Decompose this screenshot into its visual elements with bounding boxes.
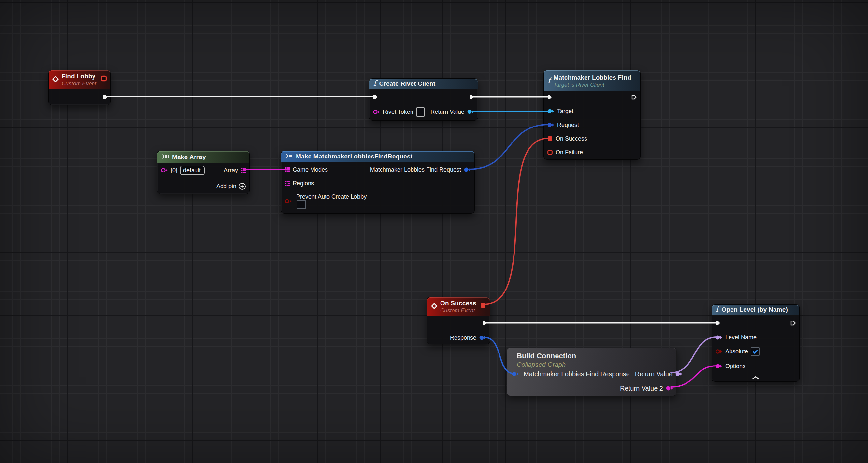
wire-delegate-matchmaker-on-success[interactable]: [484, 138, 549, 304]
node-title: Make MatchmakerLobbiesFindRequest: [296, 153, 412, 161]
exec-in-pin[interactable]: [373, 94, 378, 100]
absolute-checkbox[interactable]: [751, 347, 760, 356]
node-on-success[interactable]: On Success Custom Event Response: [427, 297, 490, 344]
return-value-pin[interactable]: [675, 371, 683, 377]
game-modes-pin[interactable]: [284, 167, 290, 172]
wire-data-return-value-to-target[interactable]: [472, 111, 549, 112]
blueprint-graph-canvas[interactable]: Find Lobby Custom Event f Create Rivet C…: [0, 0, 868, 463]
regions-pin[interactable]: [284, 181, 290, 186]
pin-label: Level Name: [725, 334, 756, 341]
response-pin[interactable]: [479, 335, 487, 340]
prevent-auto-create-lobby-checkbox[interactable]: [297, 200, 306, 209]
absolute-pin[interactable]: [715, 349, 723, 354]
node-subtitle: Target is Rivet Client: [554, 82, 631, 88]
node-header[interactable]: f Matchmaker Lobbies Find Target is Rive…: [544, 70, 640, 91]
node-header[interactable]: f Create Rivet Client: [370, 79, 478, 89]
checkmark-icon: [752, 349, 758, 354]
prevent-auto-create-lobby-pin[interactable]: [284, 199, 292, 204]
node-header[interactable]: Make Array: [157, 151, 249, 163]
make-struct-icon: [285, 153, 293, 160]
pin-label: Array: [224, 167, 238, 174]
pin-label: On Failure: [556, 149, 583, 156]
exec-out-pin[interactable]: [631, 94, 637, 100]
matchmaker-lobbies-find-response-pin[interactable]: [512, 371, 519, 377]
node-title: Make Array: [172, 153, 206, 161]
pin-label: Target: [557, 108, 574, 115]
pin-label: Rivet Token: [383, 109, 413, 115]
function-icon: f: [548, 77, 551, 84]
pin-label: [0]: [171, 167, 177, 174]
node-title: Create Rivet Client: [379, 80, 436, 88]
wire-data-request-to-matchmaker[interactable]: [469, 124, 549, 169]
node-header[interactable]: Make MatchmakerLobbiesFindRequest: [281, 151, 474, 162]
request-out-pin[interactable]: [464, 167, 471, 172]
exec-in-pin[interactable]: [547, 94, 553, 100]
node-header[interactable]: On Success Custom Event: [427, 297, 490, 316]
pin-label: Options: [725, 363, 745, 370]
return-value-2-pin[interactable]: [666, 386, 673, 391]
node-open-level-by-name[interactable]: f Open Level (by Name) Level Name: [712, 304, 800, 382]
pin-label: Response: [450, 335, 476, 341]
node-header[interactable]: Find Lobby Custom Event: [49, 70, 111, 89]
node-create-rivet-client[interactable]: f Create Rivet Client Rivet Token Return…: [369, 78, 478, 121]
node-title: Open Level (by Name): [722, 306, 788, 314]
pin-label: Game Modes: [292, 166, 328, 173]
pin-label: Return Value: [430, 109, 464, 115]
node-subtitle: Custom Event: [62, 81, 96, 87]
on-failure-delegate-pin[interactable]: [547, 149, 553, 155]
pin-label: Prevent Auto Create Lobby: [296, 193, 367, 200]
function-icon: f: [716, 306, 719, 313]
vignette-overlay: [0, 0, 868, 463]
exec-out-pin[interactable]: [103, 94, 108, 99]
node-make-array[interactable]: Make Array [0] default Array Add pin: [157, 151, 250, 194]
wire-data-array-to-game-modes[interactable]: [244, 169, 286, 170]
target-pin[interactable]: [547, 109, 555, 114]
pin-label: Request: [557, 122, 579, 128]
node-subtitle: Custom Event: [440, 308, 476, 314]
elem-0-pin[interactable]: [161, 168, 168, 173]
custom-event-icon: [431, 303, 437, 310]
node-title: Find Lobby: [62, 73, 96, 80]
rivet-token-pin[interactable]: [373, 109, 380, 114]
add-pin-button[interactable]: Add pin: [216, 182, 246, 190]
wire-data-return-value-to-level-name[interactable]: [671, 337, 717, 373]
exec-in-pin[interactable]: [715, 320, 721, 326]
node-title: Matchmaker Lobbies Find: [554, 74, 631, 82]
add-pin-plus-icon: [239, 182, 246, 190]
pin-label: Matchmaker Lobbies Find Request: [370, 166, 461, 173]
elem-0-value-input[interactable]: default: [180, 166, 205, 175]
exec-out-pin[interactable]: [790, 320, 796, 326]
function-icon: f: [373, 80, 376, 87]
node-title: On Success: [440, 299, 476, 307]
delegate-pin[interactable]: [480, 302, 486, 309]
rivet-token-input[interactable]: [416, 107, 425, 117]
node-build-connection[interactable]: Build Connection Collapsed Graph Matchma…: [507, 348, 677, 396]
node-matchmaker-lobbies-find[interactable]: f Matchmaker Lobbies Find Target is Rive…: [544, 70, 641, 160]
chevron-up-icon[interactable]: [752, 376, 760, 379]
level-name-pin[interactable]: [715, 335, 723, 340]
exec-out-pin[interactable]: [469, 94, 474, 100]
pin-label: On Success: [556, 135, 587, 142]
pin-label: Absolute: [725, 348, 748, 355]
node-find-lobby[interactable]: Find Lobby Custom Event: [48, 70, 111, 105]
delegate-pin[interactable]: [101, 75, 107, 82]
make-array-icon: [161, 154, 169, 161]
node-title: Build Connection: [517, 352, 676, 360]
pin-label: Regions: [292, 180, 314, 187]
custom-event-icon: [53, 76, 59, 84]
node-subtitle: Collapsed Graph: [517, 361, 676, 369]
array-out-pin[interactable]: [241, 168, 246, 173]
pin-label: Matchmaker Lobbies Find Response: [524, 370, 630, 378]
node-header[interactable]: f Open Level (by Name): [712, 305, 799, 315]
options-pin[interactable]: [715, 364, 723, 369]
pin-label: Return Value: [635, 370, 673, 378]
wire-layer: [0, 0, 868, 463]
add-pin-label: Add pin: [216, 183, 236, 190]
request-pin[interactable]: [547, 122, 555, 127]
return-value-pin[interactable]: [467, 109, 474, 114]
exec-out-pin[interactable]: [482, 320, 488, 326]
pin-label: Return Value 2: [620, 385, 663, 392]
node-make-matchmakerlobbiesfindrequest[interactable]: Make MatchmakerLobbiesFindRequest Game M…: [281, 151, 475, 213]
on-success-delegate-pin[interactable]: [547, 136, 553, 142]
